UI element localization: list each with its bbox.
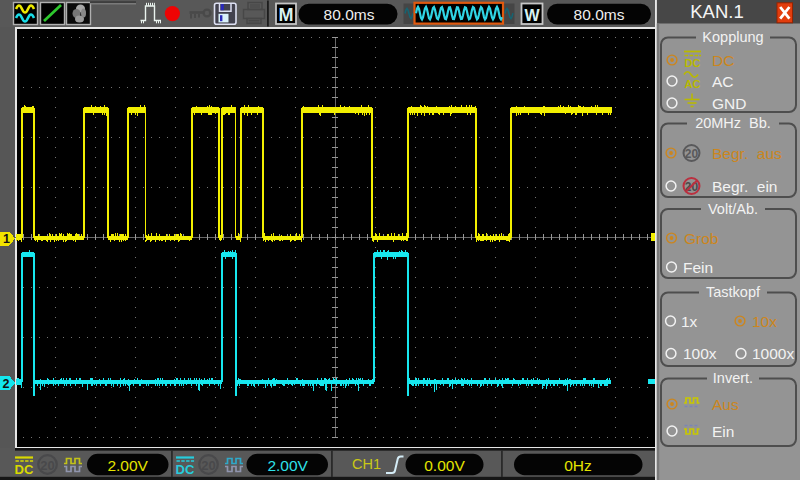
svg-text:Volt/Ab.: Volt/Ab. xyxy=(708,201,758,217)
svg-text:Kopplung: Kopplung xyxy=(702,29,763,45)
svg-text:Invert.: Invert. xyxy=(713,370,753,386)
svg-text:Begr. ein: Begr. ein xyxy=(712,178,778,195)
svg-text:20: 20 xyxy=(40,458,54,473)
svg-text:CH1: CH1 xyxy=(352,456,381,472)
svg-text:AC: AC xyxy=(685,78,701,90)
svg-text:W: W xyxy=(524,7,540,24)
svg-text:10x: 10x xyxy=(752,313,777,330)
svg-text:Aus: Aus xyxy=(712,396,739,413)
svg-text:0.00V: 0.00V xyxy=(424,457,465,474)
svg-text:Begr. aus: Begr. aus xyxy=(712,145,782,162)
svg-text:AC: AC xyxy=(712,73,734,90)
svg-text:KAN.1: KAN.1 xyxy=(690,1,743,22)
svg-text:Grob: Grob xyxy=(684,230,718,247)
svg-text:100x: 100x xyxy=(683,345,717,362)
svg-text:DC: DC xyxy=(15,462,34,477)
svg-text:80.0ms: 80.0ms xyxy=(574,6,625,23)
svg-text:20: 20 xyxy=(201,458,215,473)
svg-text:GND: GND xyxy=(712,95,746,112)
svg-text:Fein: Fein xyxy=(683,259,713,276)
svg-text:Ein: Ein xyxy=(712,423,734,440)
svg-text:20: 20 xyxy=(685,147,699,161)
svg-text:20MHz Bb.: 20MHz Bb. xyxy=(695,115,771,131)
svg-text:Tastkopf: Tastkopf xyxy=(706,284,761,300)
svg-text:2.00V: 2.00V xyxy=(107,457,148,474)
svg-text:M: M xyxy=(279,5,294,25)
svg-text:1000x: 1000x xyxy=(752,345,794,362)
svg-text:0Hz: 0Hz xyxy=(564,457,592,474)
svg-text:DC: DC xyxy=(176,462,195,477)
svg-text:2: 2 xyxy=(3,377,10,391)
svg-text:1: 1 xyxy=(3,232,10,246)
svg-text:80.0ms: 80.0ms xyxy=(324,6,375,23)
svg-text:DC: DC xyxy=(685,57,701,69)
svg-text:2.00V: 2.00V xyxy=(267,457,308,474)
svg-text:1x: 1x xyxy=(681,313,698,330)
svg-text:DC: DC xyxy=(712,52,734,69)
